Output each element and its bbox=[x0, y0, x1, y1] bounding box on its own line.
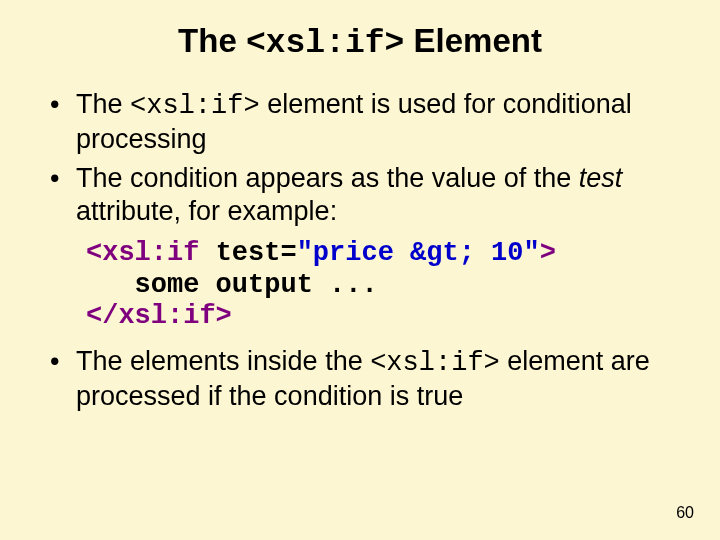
code-open-tag-end: > bbox=[540, 238, 556, 268]
bullet-item-3: The elements inside the <xsl:if> element… bbox=[48, 345, 682, 413]
bullet-1-pre: The bbox=[76, 89, 130, 119]
bullet-3-pre: The elements inside the bbox=[76, 346, 370, 376]
bullet-2-ital: test bbox=[579, 163, 623, 193]
title-text-pre: The bbox=[178, 22, 246, 59]
slide-title: The <xsl:if> Element bbox=[38, 22, 682, 62]
bullet-1-code: <xsl:if> bbox=[130, 91, 260, 121]
code-attr-value: "price &gt; 10" bbox=[297, 238, 540, 268]
code-open-tag-start: <xsl:if bbox=[86, 238, 216, 268]
title-code: <xsl:if> bbox=[246, 25, 404, 62]
bullet-2-post: attribute, for example: bbox=[76, 196, 337, 226]
bullet-2-pre: The condition appears as the value of th… bbox=[76, 163, 579, 193]
bullet-list-2: The elements inside the <xsl:if> element… bbox=[48, 345, 682, 413]
code-close-tag: </xsl:if> bbox=[86, 301, 232, 331]
bullet-3-code: <xsl:if> bbox=[370, 348, 500, 378]
bullet-item-1: The <xsl:if> element is used for conditi… bbox=[48, 88, 682, 156]
code-example: <xsl:if test="price &gt; 10"> some outpu… bbox=[86, 238, 682, 334]
page-number: 60 bbox=[676, 504, 694, 522]
bullet-item-2: The condition appears as the value of th… bbox=[48, 162, 682, 228]
title-text-post: Element bbox=[404, 22, 542, 59]
code-body: some output ... bbox=[86, 270, 378, 300]
code-attr: test= bbox=[216, 238, 297, 268]
bullet-list: The <xsl:if> element is used for conditi… bbox=[48, 88, 682, 228]
